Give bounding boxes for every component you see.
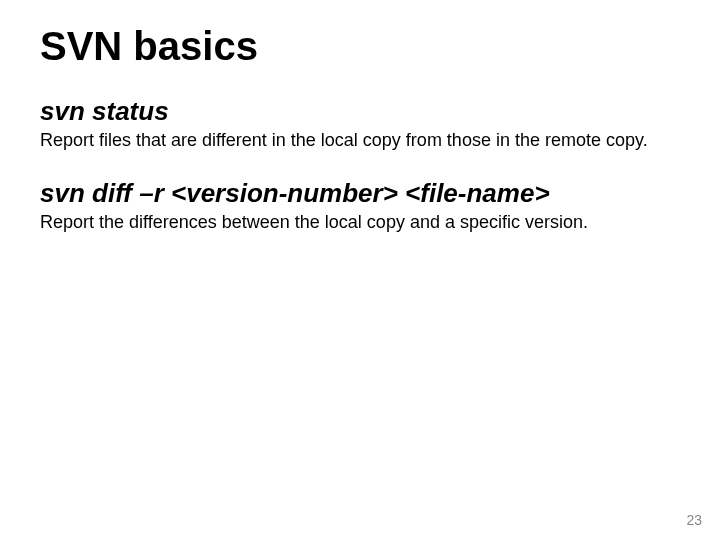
command-description: Report the differences between the local… [40, 211, 680, 234]
command-heading: svn status [40, 96, 680, 127]
page-number: 23 [686, 512, 702, 528]
slide-title: SVN basics [40, 24, 680, 68]
command-description: Report files that are different in the l… [40, 129, 680, 152]
slide: SVN basics svn status Report files that … [0, 0, 720, 540]
command-heading: svn diff –r <version-number> <file-name> [40, 178, 680, 209]
